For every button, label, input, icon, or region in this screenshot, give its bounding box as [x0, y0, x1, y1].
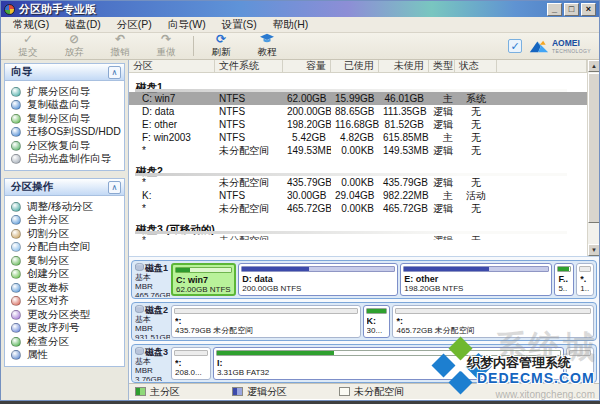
sidebar-item-1-5[interactable]: 创建分区 — [11, 268, 122, 282]
title-bar[interactable]: 分区助手专业版 _ □ × — [1, 1, 599, 17]
sidebar-item-0-1[interactable]: 复制磁盘向导 — [11, 99, 122, 113]
disk-name: 磁盘1 — [135, 263, 170, 273]
sidebar-item-1-11[interactable]: 属性 — [11, 349, 122, 363]
undo-button[interactable]: ↶撤销 — [97, 33, 143, 59]
sidebar-panel-header-1[interactable]: 分区操作∧ — [5, 179, 124, 196]
cell-type: 逻辑 — [429, 144, 455, 157]
sidebar-panel-body-0: 扩展分区向导复制磁盘向导复制分区向导迁移OS到SSD/HDD分区恢复向导启动光盘… — [5, 81, 124, 170]
discard-button[interactable]: ⊘放弃 — [51, 33, 97, 59]
menu-item-5[interactable]: 帮助(H) — [265, 17, 317, 32]
menu-item-4[interactable]: 设置(S) — [214, 17, 265, 32]
tutorial-icon — [260, 33, 274, 46]
usage-fill — [242, 267, 309, 271]
partition-block[interactable]: D: data200.00GB NTFS — [238, 263, 398, 296]
sidebar: 向导∧扩展分区向导复制磁盘向导复制分区向导迁移OS到SSD/HDD分区恢复向导启… — [1, 60, 129, 400]
cell-partition: E: other — [129, 118, 215, 131]
partition-block[interactable]: *:465.72GB 未分配空间 — [392, 305, 594, 338]
scroll-down-icon[interactable]: ▼ — [588, 244, 599, 256]
column-header-6[interactable]: 状态 — [455, 60, 497, 72]
tutorial-button[interactable]: 教程 — [244, 33, 290, 59]
partition-block[interactable]: I:3.31GB FAT32 — [213, 347, 564, 380]
table-row[interactable]: *未分配空间逻辑无 — [129, 234, 587, 240]
maximize-button[interactable]: □ — [564, 3, 579, 16]
partition-text: *.1.. — [577, 272, 593, 293]
table-row[interactable]: K:NTFS30.00GB29.04GB982.22MB主活动 — [129, 189, 587, 202]
sidebar-item-0-4[interactable]: 分区恢复向导 — [11, 139, 122, 153]
partition-block[interactable]: E: other198.20GB NTFS — [400, 263, 552, 296]
partition-block[interactable] — [566, 347, 594, 380]
properties-icon — [11, 350, 21, 360]
table-row[interactable]: C: win7NTFS62.00GB15.99GB46.01GB主系统 — [129, 92, 587, 105]
sidebar-item-1-0[interactable]: 调整/移动分区 — [11, 200, 122, 214]
column-header-5[interactable]: 类型 — [429, 60, 455, 72]
cell-partition: C: win7 — [129, 92, 215, 105]
table-row[interactable]: *未分配空间149.53MB0.00KB149.53MB逻辑无 — [129, 144, 587, 157]
table-scrollbar[interactable]: ▲ ▼ — [587, 60, 599, 256]
cell-filesystem: NTFS — [215, 131, 283, 144]
collapse-icon[interactable]: ∧ — [108, 181, 121, 194]
column-header-3[interactable]: 已使用 — [331, 60, 379, 72]
partition-block[interactable]: *.1.. — [576, 263, 594, 296]
sidebar-item-0-2[interactable]: 复制分区向导 — [11, 112, 122, 126]
sidebar-item-1-9[interactable]: 更改序列号 — [11, 322, 122, 336]
table-row[interactable]: *未分配空间435.79GB0.00KB435.79GB逻辑无 — [129, 176, 587, 189]
menu-item-0[interactable]: 常规(G) — [5, 17, 57, 32]
redo-button[interactable]: ↷重做 — [143, 33, 189, 59]
sidebar-item-1-7[interactable]: 分区对齐 — [11, 295, 122, 309]
column-header-0[interactable]: 分区 — [129, 60, 215, 72]
table-row[interactable]: D: dataNTFS200.00GB88.65GB111.35GB逻辑无 — [129, 105, 587, 118]
cell-filler — [497, 131, 587, 144]
sidebar-item-1-3[interactable]: 分配自由空间 — [11, 241, 122, 255]
commit-button[interactable]: ✓提交 — [5, 33, 51, 59]
minimize-button[interactable]: _ — [547, 3, 562, 16]
menu-item-3[interactable]: 向导(W) — [160, 17, 214, 32]
collapse-icon[interactable]: ∧ — [108, 66, 121, 79]
partition-block[interactable]: *:435.79GB 未分配空间 — [171, 305, 361, 338]
checkbox-icon[interactable]: ✓ — [508, 39, 522, 53]
window-controls: _ □ × — [547, 3, 596, 16]
menu-item-1[interactable]: 磁盘(D) — [57, 17, 109, 32]
column-header-2[interactable]: 容量 — [283, 60, 331, 72]
disk-name-text: 磁盘3 — [145, 348, 168, 357]
partition-block[interactable]: *:208.0... — [171, 347, 211, 380]
copy-partition-wizard-icon — [11, 114, 21, 124]
table-row[interactable]: *未分配空间465.72GB0.00KB465.72GB逻辑无 — [129, 202, 587, 215]
menu-item-2[interactable]: 分区(P) — [109, 17, 160, 32]
disk-row-1: 磁盘1基本 MBR465.76GBC: win762.00GB NTFSD: d… — [131, 260, 597, 299]
partition-block[interactable]: K:30... — [363, 305, 391, 338]
table-row[interactable]: E: otherNTFS198.20GB116.68GB81.52GB逻辑无 — [129, 118, 587, 131]
column-header-1[interactable]: 文件系统 — [215, 60, 283, 72]
sidebar-item-0-3[interactable]: 迁移OS到SSD/HDD — [11, 126, 122, 140]
partition-block[interactable]: F..5.. — [554, 263, 574, 296]
partition-block[interactable]: C: win762.00GB NTFS — [171, 263, 236, 296]
cell-type: 逻辑 — [429, 105, 455, 118]
disk-partitions: *:208.0...I:3.31GB FAT32 — [170, 346, 595, 381]
split-partition-icon — [11, 229, 21, 239]
disk-group-header-1: 磁盘2 — [129, 161, 587, 176]
partition-text — [567, 356, 593, 358]
cell-filesystem: NTFS — [215, 92, 283, 105]
close-button[interactable]: × — [581, 3, 596, 16]
disk-label-2[interactable]: 磁盘2基本 MBR931.51GB — [133, 304, 170, 339]
column-header-4[interactable]: 未使用 — [379, 60, 429, 72]
partition-text: F..5.. — [555, 272, 573, 293]
sidebar-item-0-0[interactable]: 扩展分区向导 — [11, 85, 122, 99]
merge-partition-icon — [11, 215, 21, 225]
sidebar-item-0-5[interactable]: 启动光盘制作向导 — [11, 153, 122, 167]
check-icon: ✓ — [23, 33, 33, 46]
table-row[interactable]: F: win2003NTFS5.42GB4.82GB615.85MB主无 — [129, 131, 587, 144]
scrollbar-thumb[interactable] — [588, 73, 599, 223]
disk-label-3[interactable]: 磁盘3基本 MBR3.76GB — [133, 346, 170, 381]
refresh-button[interactable]: ⟳刷新 — [198, 33, 244, 59]
sidebar-item-1-2[interactable]: 切割分区 — [11, 227, 122, 241]
sidebar-item-1-4[interactable]: 复制分区 — [11, 254, 122, 268]
disk-label-1[interactable]: 磁盘1基本 MBR465.76GB — [133, 262, 170, 297]
sidebar-item-1-6[interactable]: 更改卷标 — [11, 281, 122, 295]
sidebar-item-1-8[interactable]: 更改分区类型 — [11, 308, 122, 322]
sidebar-item-label: 分区恢复向导 — [27, 139, 90, 153]
sidebar-item-1-10[interactable]: 检查分区 — [11, 335, 122, 349]
cell-capacity: 200.00GB — [283, 105, 331, 118]
scroll-up-icon[interactable]: ▲ — [588, 60, 599, 72]
sidebar-panel-header-0[interactable]: 向导∧ — [5, 64, 124, 81]
sidebar-item-1-1[interactable]: 合并分区 — [11, 214, 122, 228]
